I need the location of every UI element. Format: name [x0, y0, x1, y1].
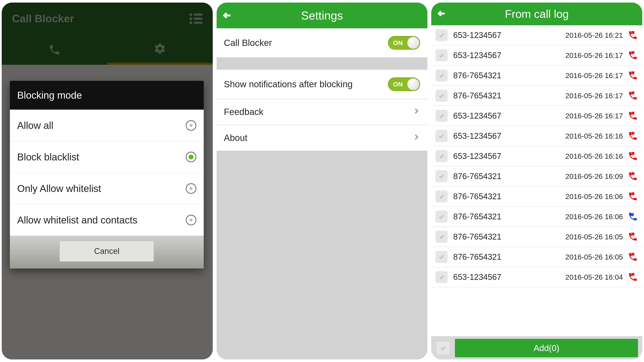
- phone-number: 653-1234567: [453, 51, 565, 60]
- row-notifications[interactable]: Show notifications after blocking ON: [216, 70, 428, 99]
- phone-number: 653-1234567: [453, 31, 565, 40]
- row-label: Feedback: [224, 107, 264, 117]
- select-all-checkbox[interactable]: [431, 337, 455, 360]
- phone-number: 653-1234567: [453, 152, 565, 161]
- row-checkbox[interactable]: [436, 49, 448, 61]
- outgoing-call-icon: [628, 30, 638, 40]
- check-icon: [438, 92, 445, 99]
- call-log-row[interactable]: 876-7654321 2016-05-26 16:05: [431, 227, 642, 247]
- row-checkbox[interactable]: [436, 110, 448, 122]
- row-checkbox[interactable]: [436, 29, 448, 41]
- call-time: 2016-05-26 16:16: [566, 152, 623, 160]
- outgoing-call-icon: [628, 151, 638, 161]
- row-about[interactable]: About: [216, 125, 428, 151]
- blocking-mode-dialog: Blocking mode Allow all Block blacklist …: [10, 81, 204, 269]
- page-title: Settings: [216, 9, 428, 22]
- call-time: 2016-05-26 16:17: [566, 112, 623, 120]
- call-log-row[interactable]: 653-1234567 2016-05-26 16:21: [431, 25, 642, 45]
- call-log-row[interactable]: 653-1234567 2016-05-26 16:16: [431, 146, 642, 166]
- phone-number: 653-1234567: [453, 273, 565, 282]
- screen-blocking-mode: Call Blocker Blocking mode Allow all Blo…: [2, 2, 213, 360]
- option-allow-all[interactable]: Allow all: [10, 110, 204, 141]
- dialog-title: Blocking mode: [10, 81, 204, 110]
- row-checkbox[interactable]: [436, 211, 448, 223]
- outgoing-call-icon: [628, 252, 638, 262]
- call-time: 2016-05-26 16:17: [566, 71, 623, 80]
- row-checkbox[interactable]: [436, 130, 448, 142]
- call-log-row[interactable]: 653-1234567 2016-05-26 16:04: [431, 267, 642, 287]
- option-label: Only Allow whitelist: [17, 183, 101, 194]
- cancel-button[interactable]: Cancel: [60, 241, 154, 262]
- row-call-blocker[interactable]: Call Blocker ON: [216, 28, 428, 58]
- phone-number: 876-7654321: [453, 71, 565, 80]
- call-log-row[interactable]: 876-7654321 2016-05-26 16:17: [431, 86, 642, 106]
- phone-number: 653-1234567: [453, 111, 565, 120]
- check-icon: [438, 254, 445, 260]
- footer-bar: Add(0): [431, 336, 642, 360]
- check-icon: [438, 72, 445, 79]
- option-whitelist-contacts[interactable]: Allow whitelist and contacts: [10, 204, 204, 236]
- chevron-right-icon: [412, 133, 420, 143]
- call-time: 2016-05-26 16:06: [566, 213, 623, 221]
- screen-settings: Settings Call Blocker ON Show notificati…: [216, 2, 428, 360]
- phone-number: 876-7654321: [453, 192, 565, 201]
- toggle-label: ON: [393, 81, 403, 88]
- call-log-row[interactable]: 876-7654321 2016-05-26 16:06: [431, 207, 642, 227]
- call-time: 2016-05-26 16:05: [566, 253, 623, 261]
- outgoing-call-icon: [628, 50, 638, 60]
- row-feedback[interactable]: Feedback: [216, 99, 428, 125]
- outgoing-call-icon: [628, 131, 638, 141]
- row-checkbox[interactable]: [436, 170, 448, 182]
- call-log-row[interactable]: 876-7654321 2016-05-26 16:05: [431, 247, 642, 267]
- call-log-row[interactable]: 876-7654321 2016-05-26 16:17: [431, 66, 642, 86]
- option-block-blacklist[interactable]: Block blacklist: [10, 141, 204, 173]
- add-button[interactable]: Add(0): [455, 339, 638, 357]
- check-icon: [438, 32, 445, 39]
- toggle-notifications[interactable]: ON: [388, 77, 420, 91]
- check-icon: [440, 345, 446, 352]
- call-log-row[interactable]: 876-7654321 2016-05-26 16:06: [431, 187, 642, 207]
- check-icon: [438, 112, 445, 119]
- phone-number: 876-7654321: [453, 252, 565, 262]
- call-log-list[interactable]: 653-1234567 2016-05-26 16:21 653-1234567…: [431, 25, 642, 336]
- outgoing-call-icon: [628, 232, 638, 242]
- check-icon: [438, 52, 445, 59]
- radio-icon: [186, 183, 196, 194]
- call-log-row[interactable]: 876-7654321 2016-05-26 16:09: [431, 166, 642, 187]
- call-log-row[interactable]: 653-1234567 2016-05-26 16:16: [431, 126, 642, 146]
- row-checkbox[interactable]: [436, 69, 448, 81]
- radio-icon: [186, 120, 196, 131]
- chevron-right-icon: [412, 107, 420, 117]
- phone-number: 653-1234567: [453, 131, 565, 141]
- call-log-row[interactable]: 653-1234567 2016-05-26 16:17: [431, 106, 642, 126]
- row-checkbox[interactable]: [436, 271, 448, 283]
- outgoing-call-icon: [628, 90, 638, 101]
- call-time: 2016-05-26 16:16: [566, 132, 623, 140]
- toggle-call-blocker[interactable]: ON: [388, 36, 420, 50]
- row-checkbox[interactable]: [436, 90, 448, 102]
- phone-number: 876-7654321: [453, 172, 565, 181]
- incoming-call-icon: [628, 211, 638, 222]
- dialog-footer: Cancel: [10, 236, 204, 269]
- page-title: From call log: [431, 7, 642, 20]
- call-time: 2016-05-26 16:21: [566, 31, 623, 39]
- option-only-whitelist[interactable]: Only Allow whitelist: [10, 173, 204, 204]
- screen-call-log: From call log 653-1234567 2016-05-26 16:…: [431, 2, 642, 360]
- row-label: Call Blocker: [224, 38, 272, 48]
- option-label: Block blacklist: [17, 151, 79, 163]
- row-checkbox[interactable]: [436, 251, 448, 263]
- call-log-row[interactable]: 653-1234567 2016-05-26 16:17: [431, 45, 642, 66]
- row-checkbox[interactable]: [436, 231, 448, 243]
- check-icon: [438, 193, 445, 200]
- radio-icon: [186, 215, 196, 225]
- row-checkbox[interactable]: [436, 150, 448, 162]
- row-label: Show notifications after blocking: [224, 79, 353, 89]
- row-checkbox[interactable]: [436, 190, 448, 202]
- call-time: 2016-05-26 16:17: [566, 51, 623, 60]
- toggle-label: ON: [393, 39, 403, 46]
- radio-icon: [186, 152, 196, 162]
- call-time: 2016-05-26 16:17: [566, 92, 623, 100]
- outgoing-call-icon: [628, 191, 638, 202]
- section-gap: [216, 58, 428, 70]
- toggle-knob: [407, 37, 419, 49]
